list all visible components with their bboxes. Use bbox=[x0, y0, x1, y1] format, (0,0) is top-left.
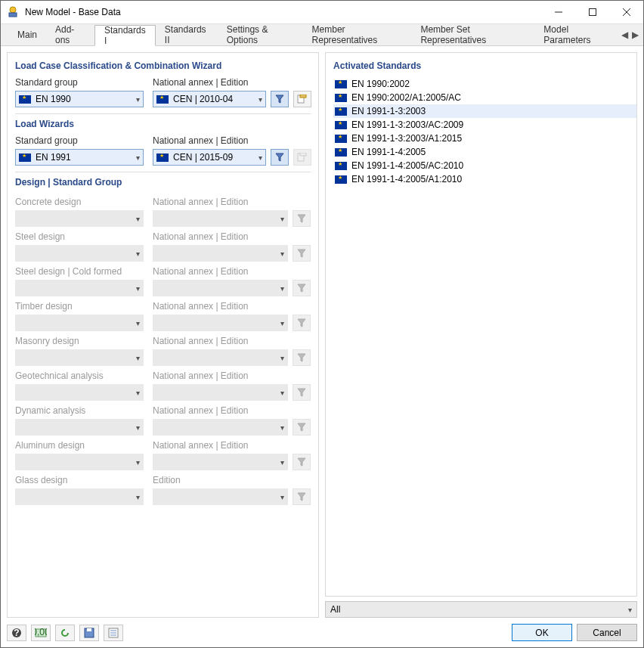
cancel-button[interactable]: Cancel bbox=[577, 624, 637, 641]
activated-standard-item[interactable]: EN 1991-1-3:2003/A1:2015 bbox=[333, 132, 636, 145]
document-icon bbox=[297, 153, 308, 162]
wizard-standard-group[interactable]: EN 1991 ▾ bbox=[15, 149, 144, 166]
design-annex-label: National annex | Edition bbox=[153, 440, 311, 451]
document-icon bbox=[297, 95, 308, 104]
chevron-down-icon: ▾ bbox=[277, 458, 284, 467]
design-annex-label: National annex | Edition bbox=[153, 371, 311, 381]
help-button[interactable]: ? bbox=[7, 625, 26, 641]
design-annex-combo: ▾ bbox=[153, 210, 288, 227]
refresh-button[interactable] bbox=[55, 625, 75, 641]
tab-main[interactable]: Main bbox=[8, 24, 46, 45]
eu-flag-icon bbox=[156, 95, 169, 104]
load-template-button[interactable] bbox=[104, 625, 123, 641]
combo-standard-group[interactable]: EN 1990 ▾ bbox=[15, 91, 144, 107]
tab-member-representatives[interactable]: Member Representatives bbox=[303, 24, 412, 45]
activated-standard-label: EN 1990:2002/A1:2005/AC bbox=[351, 92, 461, 103]
wizard-annex-value: CEN | 2015-09 bbox=[173, 152, 255, 163]
funnel-icon bbox=[297, 214, 306, 223]
chevron-down-icon: ▾ bbox=[133, 493, 140, 501]
activated-filter-value: All bbox=[330, 604, 628, 615]
filter-button bbox=[293, 280, 311, 296]
filter-button bbox=[293, 419, 311, 436]
funnel-icon bbox=[297, 457, 306, 467]
tab-model-parameters[interactable]: Model Parameters bbox=[534, 24, 619, 45]
chevron-down-icon: ▾ bbox=[133, 354, 140, 362]
activated-standard-label: EN 1991-1-4:2005 bbox=[351, 147, 426, 157]
combo-annex-label: National annex | Edition bbox=[153, 77, 311, 88]
filter-button bbox=[293, 384, 311, 401]
design-annex-label: National annex | Edition bbox=[153, 266, 311, 277]
chevron-down-icon: ▾ bbox=[255, 153, 262, 162]
design-annex-label: National annex | Edition bbox=[153, 405, 311, 416]
maximize-button[interactable] bbox=[575, 1, 609, 23]
activated-standard-item[interactable]: EN 1991-1-4:2005/AC:2010 bbox=[333, 159, 636, 172]
activated-standard-item[interactable]: EN 1991-1-3:2003 bbox=[333, 104, 636, 118]
activated-filter-combo[interactable]: All ▾ bbox=[325, 601, 637, 618]
filter-button[interactable] bbox=[271, 91, 289, 107]
design-row: Geotechnical analysis▾National annex | E… bbox=[15, 367, 311, 401]
minimize-button[interactable] bbox=[541, 1, 575, 23]
design-row: Steel design▾National annex | Edition▾ bbox=[15, 228, 311, 262]
wizard-annex[interactable]: CEN | 2015-09 ▾ bbox=[153, 149, 266, 166]
filter-button[interactable] bbox=[271, 149, 289, 166]
save-template-button[interactable] bbox=[79, 625, 99, 641]
svg-point-0 bbox=[10, 7, 16, 13]
title-bar: New Model - Base Data bbox=[1, 1, 643, 23]
svg-rect-3 bbox=[589, 9, 596, 16]
design-label: Steel design bbox=[15, 231, 144, 242]
eu-flag-icon bbox=[335, 80, 347, 88]
design-group-combo: ▾ bbox=[15, 349, 144, 366]
activated-standard-label: EN 1991-1-3:2003/A1:2015 bbox=[351, 133, 462, 144]
design-group-combo: ▾ bbox=[15, 454, 144, 470]
funnel-icon bbox=[297, 423, 306, 432]
design-annex-combo: ▾ bbox=[153, 280, 288, 296]
activated-standard-item[interactable]: EN 1991-1-3:2003/AC:2009 bbox=[333, 118, 636, 132]
combo-standard-group-value: EN 1990 bbox=[36, 94, 133, 104]
funnel-icon bbox=[275, 153, 284, 162]
wizard-standard-group-value: EN 1991 bbox=[36, 152, 133, 163]
activated-standard-item[interactable]: EN 1991-1-4:2005/A1:2010 bbox=[333, 172, 636, 186]
chevron-down-icon: ▾ bbox=[133, 389, 140, 397]
tab-member-set-representatives[interactable]: Member Set Representatives bbox=[411, 24, 534, 45]
divider bbox=[15, 172, 311, 172]
ok-button[interactable]: OK bbox=[512, 624, 572, 641]
activated-standard-item[interactable]: EN 1991-1-4:2005 bbox=[333, 145, 636, 159]
section-design-title: Design | Standard Group bbox=[15, 177, 311, 188]
design-group-combo: ▾ bbox=[15, 210, 144, 227]
wizard-annex-label: National annex | Edition bbox=[153, 135, 311, 146]
left-pane: Load Case Classification & Combination W… bbox=[7, 52, 319, 618]
help-icon: ? bbox=[11, 628, 22, 638]
design-row: Steel design | Cold formed▾National anne… bbox=[15, 263, 311, 296]
filter-button bbox=[293, 315, 311, 331]
activated-standard-item[interactable]: EN 1990:2002 bbox=[333, 77, 636, 91]
combo-group-label: Standard group bbox=[15, 77, 144, 88]
tab-add-ons[interactable]: Add-ons bbox=[46, 24, 94, 45]
design-annex-label: National annex | Edition bbox=[153, 301, 311, 312]
design-group-combo: ▾ bbox=[15, 315, 144, 331]
design-label: Timber design bbox=[15, 301, 144, 312]
refresh-icon bbox=[60, 628, 70, 638]
design-annex-combo: ▾ bbox=[153, 349, 288, 366]
svg-rect-9 bbox=[300, 153, 306, 156]
activated-standard-item[interactable]: EN 1990:2002/A1:2005/AC bbox=[333, 91, 636, 104]
tab-scroll-right-icon[interactable]: ▶ bbox=[630, 29, 640, 40]
design-annex-label: National annex | Edition bbox=[153, 197, 311, 207]
svg-text:0,00: 0,00 bbox=[35, 628, 47, 637]
tab-standards-ii[interactable]: Standards II bbox=[156, 24, 218, 45]
tab-standards-i[interactable]: Standards I bbox=[94, 25, 156, 46]
manage-button[interactable] bbox=[293, 91, 311, 107]
eu-flag-icon bbox=[156, 153, 169, 162]
units-button[interactable]: 0,00 bbox=[31, 625, 51, 641]
tab-scroll-left-icon[interactable]: ◀ bbox=[619, 29, 630, 40]
app-icon bbox=[7, 6, 19, 18]
tab-settings-options[interactable]: Settings & Options bbox=[218, 24, 303, 45]
combo-annex[interactable]: CEN | 2010-04 ▾ bbox=[153, 91, 266, 107]
design-label: Glass design bbox=[15, 475, 144, 485]
svg-rect-1 bbox=[9, 13, 17, 17]
close-button[interactable] bbox=[609, 1, 643, 23]
design-annex-combo: ▾ bbox=[153, 488, 288, 505]
tab-scroll: ◀ ▶ bbox=[619, 29, 643, 40]
chevron-down-icon: ▾ bbox=[277, 423, 284, 432]
chevron-down-icon: ▾ bbox=[133, 458, 140, 467]
funnel-icon bbox=[297, 388, 306, 397]
